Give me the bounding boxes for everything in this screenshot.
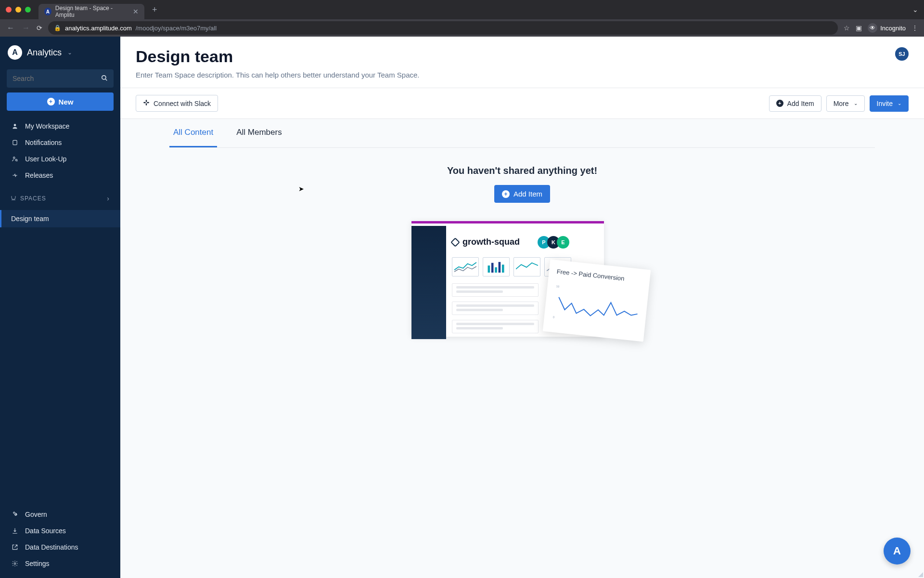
- illustration-row: [452, 320, 539, 333]
- sidebar-item-settings[interactable]: Settings: [7, 556, 114, 571]
- illustration-logo-icon: [450, 237, 460, 247]
- sidebar-item-user-lookup[interactable]: User Look-Up: [7, 151, 114, 167]
- tab-favicon-icon: A: [44, 8, 51, 15]
- empty-state: You haven't shared anything yet! + Add I…: [136, 148, 909, 346]
- plus-circle-icon: +: [776, 100, 783, 107]
- illustration-avatar: E: [557, 236, 569, 249]
- tab-title: Design team - Space - Amplitu: [55, 5, 127, 18]
- invite-button[interactable]: Invite ⌄: [870, 95, 909, 112]
- sidebar-bottom-nav: Govern Data Sources Data Destinations Se…: [7, 507, 114, 571]
- plus-circle-icon: +: [502, 190, 510, 198]
- sidebar-item-govern[interactable]: Govern: [7, 507, 114, 522]
- illustration-row: [452, 302, 539, 315]
- spaces-section-header[interactable]: SPACES ›: [7, 188, 114, 205]
- back-button[interactable]: ←: [6, 24, 15, 32]
- add-item-label: Add Item: [787, 100, 814, 107]
- sidebar-item-label: Govern: [25, 511, 47, 518]
- user-avatar[interactable]: SJ: [895, 47, 909, 61]
- svg-rect-9: [146, 103, 147, 105]
- reload-button[interactable]: ⟳: [37, 24, 42, 32]
- empty-illustration: growth-squad P K E: [411, 221, 633, 346]
- incognito-icon: 👁: [868, 23, 877, 33]
- svg-point-0: [102, 75, 106, 79]
- browser-tab-strip: A Design team - Space - Amplitu ✕ + ⌄: [0, 0, 924, 19]
- sidebar-item-data-sources[interactable]: Data Sources: [7, 523, 114, 539]
- chevron-down-icon: ⌄: [67, 49, 72, 56]
- maximize-window-button[interactable]: [25, 7, 31, 13]
- window-controls: [6, 7, 31, 13]
- tab-all-members[interactable]: All Members: [232, 119, 285, 147]
- search-icon: [101, 75, 108, 83]
- sidebar-item-label: Data Destinations: [25, 543, 78, 551]
- incognito-badge[interactable]: 👁 Incognito: [868, 23, 906, 33]
- more-label: More: [834, 100, 849, 107]
- svg-rect-10: [143, 102, 146, 103]
- slack-icon: [143, 99, 150, 107]
- bookmark-icon[interactable]: ☆: [844, 24, 850, 32]
- url-path: /moodjoy/space/m3eo7my/all: [136, 25, 217, 32]
- page-title: Design team: [136, 47, 420, 66]
- tab-all-content[interactable]: All Content: [169, 119, 217, 147]
- user-lookup-icon: [11, 156, 19, 162]
- svg-rect-13: [491, 263, 494, 273]
- svg-text:0: 0: [553, 315, 555, 318]
- more-button[interactable]: More ⌄: [826, 95, 865, 112]
- resize-handle-icon[interactable]: [917, 571, 923, 577]
- illustration-space-name: growth-squad: [462, 237, 520, 247]
- spaces-icon: [11, 195, 16, 202]
- svg-rect-16: [502, 264, 504, 273]
- content-area: All Content All Members You haven't shar…: [120, 119, 924, 578]
- brand-switcher[interactable]: A Analytics ⌄: [7, 43, 114, 65]
- space-label: Design team: [11, 215, 49, 223]
- add-item-button[interactable]: + Add Item: [769, 95, 821, 112]
- sidebar-item-notifications[interactable]: Notifications: [7, 135, 114, 150]
- sidebar-item-label: My Workspace: [25, 122, 69, 130]
- sidebar-space-design-team[interactable]: Design team: [0, 210, 120, 227]
- sidebar-item-label: User Look-Up: [25, 155, 66, 163]
- tab-close-icon[interactable]: ✕: [133, 8, 139, 15]
- kebab-menu-icon[interactable]: ⋮: [911, 24, 918, 32]
- svg-rect-12: [488, 265, 490, 273]
- incognito-label: Incognito: [880, 25, 906, 32]
- new-button-label: New: [59, 98, 74, 106]
- forward-button[interactable]: →: [21, 24, 31, 32]
- close-window-button[interactable]: [6, 7, 12, 13]
- address-bar[interactable]: 🔒 analytics.amplitude.com/moodjoy/space/…: [48, 21, 838, 35]
- mini-chart-icon: [513, 257, 540, 276]
- illustration-avatars: P K E: [540, 236, 569, 249]
- new-tab-button[interactable]: +: [148, 3, 161, 17]
- connect-slack-button[interactable]: Connect with Slack: [136, 95, 218, 112]
- svg-rect-15: [499, 262, 501, 273]
- search-input-wrapper[interactable]: [7, 69, 114, 88]
- illustration-row: [452, 283, 539, 297]
- main-content: Design team Enter Team Space description…: [120, 37, 924, 578]
- tabs: All Content All Members: [169, 119, 875, 148]
- svg-point-2: [14, 124, 16, 126]
- browser-tab[interactable]: A Design team - Space - Amplitu ✕: [38, 4, 144, 19]
- gear-icon: [11, 560, 19, 567]
- empty-add-item-button[interactable]: + Add Item: [494, 185, 550, 203]
- help-fab[interactable]: A: [884, 538, 911, 565]
- sidebar-item-my-workspace[interactable]: My Workspace: [7, 118, 114, 134]
- search-input[interactable]: [13, 75, 101, 82]
- empty-add-item-label: Add Item: [513, 190, 542, 198]
- new-button[interactable]: + New: [7, 92, 114, 111]
- minimize-window-button[interactable]: [15, 7, 21, 13]
- mini-chart-icon: [483, 257, 510, 276]
- tabs-dropdown-icon[interactable]: ⌄: [912, 6, 918, 13]
- panel-icon[interactable]: ▣: [856, 24, 862, 32]
- share-icon: [11, 544, 19, 551]
- chevron-right-icon: ›: [107, 195, 110, 202]
- sidebar-item-releases[interactable]: Releases: [7, 168, 114, 183]
- brand-icon: A: [8, 45, 22, 60]
- sidebar-item-data-destinations[interactable]: Data Destinations: [7, 539, 114, 555]
- sidebar-item-label: Data Sources: [25, 527, 66, 535]
- sidebar: A Analytics ⌄ + New My Workspace: [0, 37, 120, 578]
- mini-chart-icon: [452, 257, 479, 276]
- brand-name: Analytics: [27, 48, 62, 58]
- spaces-heading: SPACES: [20, 195, 46, 202]
- plus-circle-icon: +: [47, 98, 55, 105]
- svg-point-4: [13, 157, 15, 159]
- releases-icon: [11, 172, 19, 179]
- page-description[interactable]: Enter Team Space description. This can h…: [136, 71, 420, 79]
